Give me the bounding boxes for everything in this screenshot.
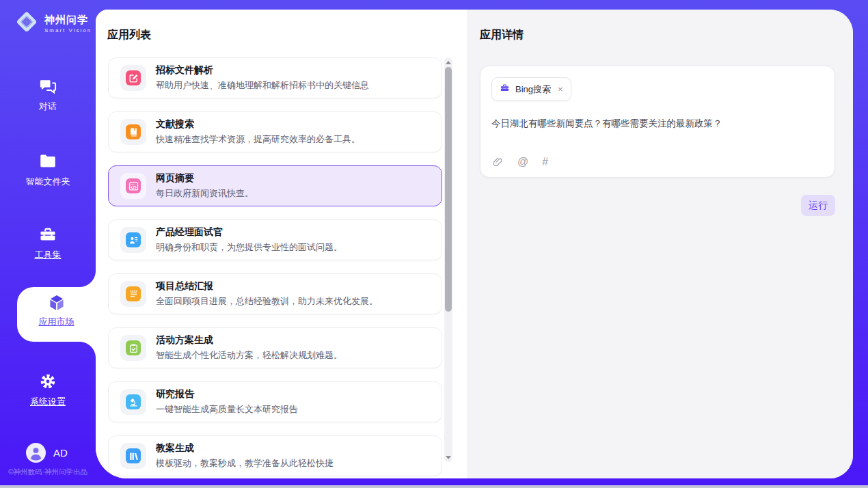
chat-icon	[38, 77, 57, 96]
notepad-icon	[126, 286, 141, 301]
brand-name: 神州问学	[44, 14, 92, 27]
sidebar: 神州问学 Smart Vision 对话 智能文件夹 工具集 系统设置 应用市场	[0, 0, 96, 485]
copyright-footer: ©神州数码·神州问学出品	[0, 467, 96, 477]
sidebar-item-工具集[interactable]: 工具集	[0, 225, 96, 261]
app-card-title: 招标文件解析	[156, 64, 369, 77]
app-card[interactable]: 研究报告 一键智能生成高质量长文本研究报告	[108, 381, 442, 422]
scrollbar-thumb[interactable]	[445, 67, 452, 312]
clipboard-check-icon	[126, 340, 141, 355]
app-card[interactable]: 产品经理面试官 明确身份和职责，为您提供专业性的面试问题。	[108, 219, 442, 260]
gear-icon	[38, 372, 57, 391]
scroll-up-arrow-icon[interactable]	[444, 58, 452, 66]
app-card[interactable]: 文献搜索 快速精准查找学术资源，提高研究效率的必备工具。	[108, 111, 442, 152]
app-card-description: 一键智能生成高质量长文本研究报告	[156, 403, 298, 416]
app-card-description: 快速精准查找学术资源，提高研究效率的必备工具。	[156, 133, 360, 146]
app-list-panel: 应用列表 招标文件解析 帮助用户快速、准确地理解和解析招标书中的关键信息 文献搜…	[96, 10, 467, 478]
app-card-description: 明确身份和职责，为您提供专业性的面试问题。	[156, 241, 342, 254]
app-list-title: 应用列表	[107, 28, 467, 42]
paperclip-icon[interactable]	[492, 157, 504, 168]
app-card-title: 产品经理面试官	[156, 226, 342, 239]
tool-tag-label: Bing搜索	[515, 83, 551, 96]
hash-icon[interactable]: #	[542, 156, 548, 168]
app-card-description: 每日政府新闻资讯快查。	[156, 187, 254, 200]
app-card-description: 智能生成个性化活动方案，轻松解决规划难题。	[156, 349, 342, 362]
interviewer-icon	[126, 232, 141, 247]
app-card[interactable]: 教案生成 模板驱动，教案秒成，教学准备从此轻松快捷	[108, 435, 442, 476]
at-icon[interactable]: @	[517, 156, 528, 168]
sidebar-item-应用市场[interactable]: 应用市场	[17, 287, 96, 342]
app-card[interactable]: 网页摘要 每日政府新闻资讯快查。	[108, 165, 442, 206]
app-detail-panel: 应用详情 Bing搜索 × 今日湖北	[467, 10, 853, 478]
app-card-title: 项目总结汇报	[156, 280, 378, 293]
microscope-icon	[126, 394, 141, 409]
sidebar-item-label: 应用市场	[39, 316, 74, 327]
sidebar-item-系统设置[interactable]: 系统设置	[0, 372, 96, 408]
toolbox-icon	[38, 225, 57, 244]
brand-subtitle: Smart Vision	[44, 27, 92, 33]
books-icon	[126, 448, 141, 463]
main-content: 应用列表 招标文件解析 帮助用户快速、准确地理解和解析招标书中的关键信息 文献搜…	[96, 10, 853, 478]
brand-logo: 神州问学 Smart Vision	[14, 9, 92, 38]
app-card-title: 网页摘要	[156, 172, 254, 185]
user-initials: AD	[53, 447, 68, 459]
scroll-down-arrow-icon[interactable]	[444, 453, 452, 461]
tab-curve-top	[79, 271, 96, 287]
app-card-title: 活动方案生成	[156, 334, 342, 347]
app-card-description: 模板驱动，教案秒成，教学准备从此轻松快捷	[156, 457, 334, 470]
sidebar-item-智能文件夹[interactable]: 智能文件夹	[0, 152, 96, 188]
app-card-title: 教案生成	[156, 442, 334, 455]
app-card[interactable]: 活动方案生成 智能生成个性化活动方案，轻松解决规划难题。	[108, 327, 442, 368]
browser-code-icon	[126, 178, 141, 193]
bottom-edge-strip	[0, 485, 868, 488]
tool-tag-bing[interactable]: Bing搜索 ×	[491, 77, 571, 101]
app-card-title: 文献搜索	[156, 118, 360, 131]
app-card[interactable]: 项目总结汇报 全面回顾项目进展，总结经验教训，助力未来优化发展。	[108, 273, 442, 314]
scrollbar[interactable]	[444, 57, 452, 462]
close-icon[interactable]: ×	[558, 85, 563, 94]
cube-icon	[47, 293, 66, 312]
diamond-logo-icon	[14, 9, 40, 38]
app-card-description: 全面回顾项目进展，总结经验教训，助力未来优化发展。	[156, 295, 378, 308]
edit-document-icon	[126, 70, 141, 85]
user-avatar-icon	[26, 443, 46, 463]
user-account[interactable]: AD	[26, 443, 68, 463]
book-icon	[126, 124, 141, 139]
app-card-description: 帮助用户快速、准确地理解和解析招标书中的关键信息	[156, 79, 369, 92]
briefcase-icon	[500, 83, 510, 96]
app-card-title: 研究报告	[156, 388, 298, 401]
query-text[interactable]: 今日湖北有哪些新闻要点？有哪些需要关注的最新政策？	[491, 118, 824, 130]
folder-icon	[38, 152, 57, 171]
tab-curve-bottom	[79, 342, 96, 358]
app-card-list: 招标文件解析 帮助用户快速、准确地理解和解析招标书中的关键信息 文献搜索 快速精…	[108, 57, 442, 478]
app-card[interactable]: 招标文件解析 帮助用户快速、准确地理解和解析招标书中的关键信息	[108, 57, 442, 98]
app-detail-title: 应用详情	[480, 28, 835, 42]
prompt-card[interactable]: Bing搜索 × 今日湖北有哪些新闻要点？有哪些需要关注的最新政策？ @ #	[480, 66, 835, 178]
run-button[interactable]: 运行	[801, 195, 835, 216]
sidebar-item-对话[interactable]: 对话	[0, 77, 96, 113]
